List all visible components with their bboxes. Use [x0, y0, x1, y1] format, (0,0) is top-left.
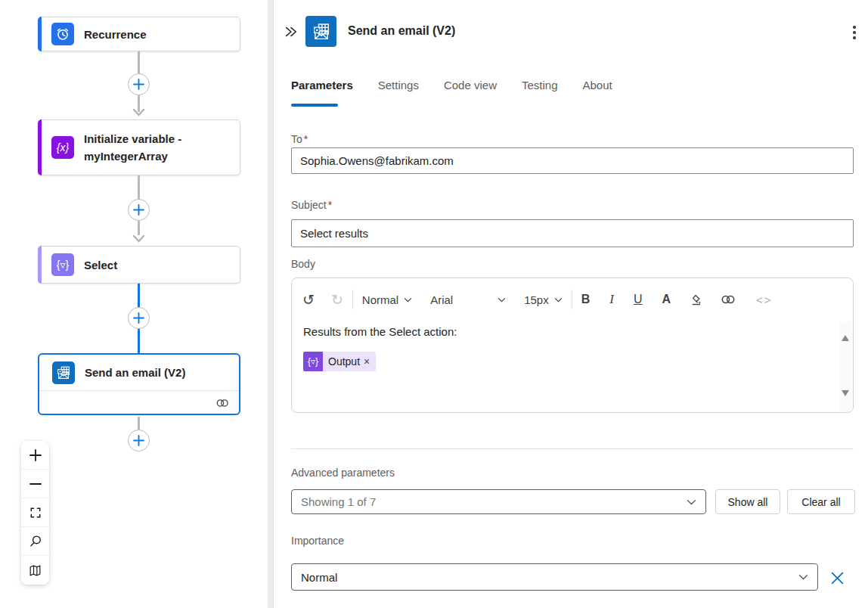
font-size-dropdown[interactable]: 15px [524, 293, 563, 306]
section-divider [291, 448, 854, 449]
fit-view-icon[interactable] [21, 498, 49, 527]
node-label: Recurrence [84, 26, 147, 43]
to-field-label: To* [291, 133, 308, 145]
scroll-down-icon[interactable] [842, 390, 849, 396]
scroll-up-icon[interactable] [842, 335, 849, 341]
toolbar-divider [352, 290, 353, 309]
show-all-button[interactable]: Show all [715, 489, 780, 514]
node-accent-bar [38, 119, 42, 175]
italic-button[interactable]: I [609, 292, 614, 307]
undo-icon[interactable]: ↺ [302, 293, 315, 307]
output-token-pill[interactable]: {▿} Output × [303, 352, 376, 371]
chevron-down-icon [687, 499, 696, 505]
code-view-icon[interactable]: <> [756, 293, 773, 306]
variable-braces-x-icon: {x} [51, 136, 74, 159]
zoom-in-button[interactable] [21, 441, 49, 470]
clear-importance-x-icon[interactable] [827, 568, 847, 588]
required-asterisk: * [328, 199, 332, 211]
token-remove-icon[interactable]: × [364, 355, 370, 368]
font-color-button[interactable]: A [662, 293, 671, 306]
tab-about[interactable]: About [583, 79, 612, 101]
body-text[interactable]: Results from the Select action: [303, 325, 457, 338]
minimap-icon[interactable] [21, 556, 49, 585]
body-field-label: Body [291, 258, 315, 270]
importance-dropdown[interactable]: Normal [291, 563, 818, 591]
subject-field-label: Subject* [291, 199, 332, 211]
tab-parameters[interactable]: Parameters [291, 79, 353, 101]
advanced-parameters-dropdown[interactable]: Showing 1 of 7 [291, 489, 706, 514]
outlook-icon [52, 361, 75, 384]
underline-button[interactable]: U [634, 293, 643, 306]
connection-rings-icon[interactable] [215, 397, 230, 409]
toolbar-divider [572, 290, 572, 309]
panel-title: Send an email (V2) [348, 24, 455, 38]
rich-text-toolbar: ↺ ↻ Normal Arial 15px B I U A [292, 278, 853, 309]
insert-step-button[interactable] [128, 199, 150, 221]
node-recurrence[interactable]: Recurrence [38, 17, 240, 51]
node-label: Select [84, 256, 117, 274]
panel-tabs: Parameters Settings Code view Testing Ab… [291, 79, 612, 101]
zoom-out-button[interactable] [21, 470, 49, 498]
redo-icon[interactable]: ↻ [331, 293, 343, 307]
node-label: Initialize variable - myIntegerArray [84, 130, 181, 165]
node-initialize-variable[interactable]: {x} Initialize variable - myIntegerArray [38, 119, 240, 175]
insert-step-button[interactable] [128, 307, 150, 329]
node-label: Send an email (V2) [85, 364, 185, 381]
advanced-parameters-label: Advanced parameters [291, 467, 395, 479]
node-send-email[interactable]: Send an email (V2) [38, 353, 240, 415]
text-style-dropdown[interactable]: Normal [362, 293, 412, 306]
connector-arrow-icon [132, 108, 145, 116]
node-accent-bar [38, 17, 42, 51]
bold-button[interactable]: B [581, 293, 591, 306]
token-label: Output [328, 355, 360, 368]
search-icon[interactable] [21, 527, 49, 556]
collapse-panel-button[interactable] [281, 22, 301, 42]
font-family-dropdown[interactable]: Arial [430, 293, 506, 306]
node-select[interactable]: {▿} Select [38, 246, 240, 284]
insert-link-icon[interactable] [720, 293, 736, 306]
importance-label: Importance [291, 535, 344, 547]
outlook-icon [305, 16, 336, 47]
recurrence-clock-icon [51, 23, 74, 45]
insert-step-button[interactable] [128, 73, 150, 95]
highlight-color-icon[interactable] [689, 293, 703, 307]
clear-all-button[interactable]: Clear all [787, 489, 855, 514]
flow-designer: Recurrence {x} Initialize variable - myI… [0, 0, 868, 608]
tab-settings[interactable]: Settings [378, 79, 419, 101]
select-braces-funnel-icon: {▿} [51, 253, 74, 276]
body-rich-text-editor[interactable]: ↺ ↻ Normal Arial 15px B I U A [291, 278, 854, 413]
canvas-panel-divider [268, 0, 273, 608]
required-asterisk: * [304, 133, 308, 145]
to-input[interactable]: Sophia.Owens@fabrikam.com [291, 147, 854, 174]
connector-arrow-icon [132, 234, 145, 243]
tab-testing[interactable]: Testing [522, 79, 558, 101]
insert-step-button[interactable] [128, 430, 150, 451]
chevron-down-icon [798, 574, 808, 580]
select-braces-funnel-icon: {▿} [303, 352, 323, 371]
editor-scrollbar[interactable] [839, 321, 852, 411]
canvas-zoom-toolbar [21, 441, 49, 585]
more-options-kebab-icon[interactable] [845, 21, 863, 44]
double-chevron-right-icon [284, 24, 299, 39]
tab-code-view[interactable]: Code view [444, 79, 497, 101]
subject-input[interactable]: Select results [291, 219, 854, 247]
node-accent-bar [38, 246, 42, 284]
active-tab-underline [291, 104, 338, 107]
connector-line [138, 417, 140, 430]
